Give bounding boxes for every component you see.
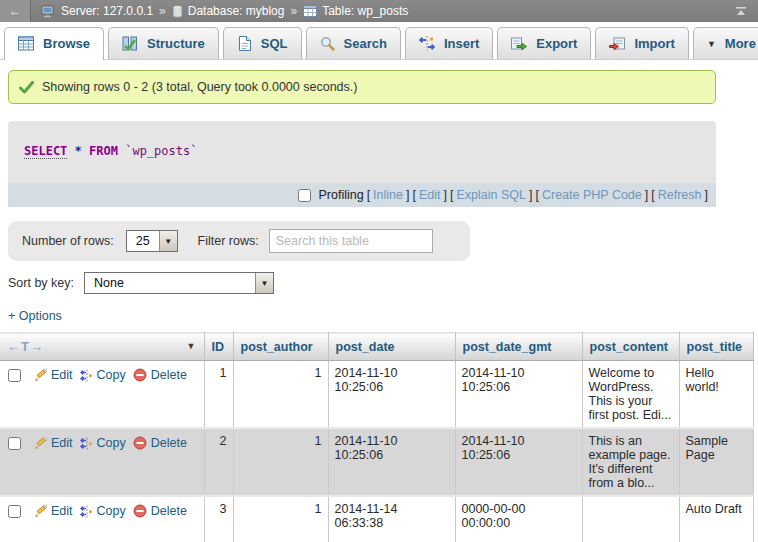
sql-keyword-from: FROM bbox=[89, 144, 118, 158]
edit-query-link[interactable]: Edit bbox=[419, 188, 441, 202]
delete-label: Delete bbox=[151, 368, 187, 382]
column-move-icon[interactable]: ←T→ bbox=[7, 339, 44, 354]
header-post-date-gmt[interactable]: post_date_gmt bbox=[455, 333, 582, 361]
tab-sql[interactable]: SQL bbox=[223, 27, 302, 59]
copy-row-link[interactable]: Copy bbox=[80, 368, 126, 382]
filter-rows-label: Filter rows: bbox=[198, 234, 259, 248]
cell-post-author[interactable]: 1 bbox=[233, 496, 328, 542]
rows-filter-bar: Number of rows: 25 ▼ Filter rows: bbox=[8, 221, 470, 261]
cell-post-date[interactable]: 2014-11-10 10:25:06 bbox=[328, 428, 455, 496]
breadcrumb-database[interactable]: Database: myblog bbox=[172, 4, 285, 18]
table-filter-input[interactable] bbox=[269, 229, 433, 253]
cell-post-content[interactable] bbox=[582, 496, 679, 542]
number-of-rows-label: Number of rows: bbox=[22, 234, 114, 248]
cell-post-date-gmt[interactable]: 2014-11-10 10:25:06 bbox=[455, 361, 582, 429]
sort-descending-icon[interactable]: ▼ bbox=[187, 341, 196, 351]
cell-post-title[interactable]: Auto Draft bbox=[679, 496, 753, 542]
number-of-rows-select[interactable]: 25 ▼ bbox=[126, 230, 178, 252]
edit-label: Edit bbox=[51, 436, 73, 450]
edit-row-link[interactable]: Edit bbox=[34, 368, 73, 382]
cell-id[interactable]: 3 bbox=[204, 496, 233, 542]
chevron-down-icon: ▼ bbox=[707, 39, 716, 49]
cell-id[interactable]: 2 bbox=[204, 428, 233, 496]
tab-insert[interactable]: Insert bbox=[405, 27, 493, 59]
bracket: [ bbox=[367, 188, 370, 202]
breadcrumb-separator: » bbox=[159, 4, 166, 18]
copy-row-link[interactable]: Copy bbox=[80, 504, 126, 518]
cell-post-content[interactable]: This is an example page. It's different … bbox=[582, 428, 679, 496]
nav-back-button[interactable]: ← bbox=[0, 0, 31, 22]
tab-structure[interactable]: Structure bbox=[108, 27, 219, 59]
header-post-date[interactable]: post_date bbox=[328, 333, 455, 361]
server-icon bbox=[41, 5, 56, 18]
delete-label: Delete bbox=[151, 504, 187, 518]
explain-sql-link[interactable]: Explain SQL bbox=[456, 188, 525, 202]
column-move-header[interactable]: ←T→ ▼ bbox=[0, 333, 204, 361]
row-checkbox[interactable] bbox=[8, 437, 21, 450]
delete-row-link[interactable]: Delete bbox=[133, 436, 187, 450]
number-of-rows-value: 25 bbox=[127, 231, 159, 251]
cell-post-date[interactable]: 2014-11-14 06:33:38 bbox=[328, 496, 455, 542]
header-post-author[interactable]: post_author bbox=[233, 333, 328, 361]
pencil-icon bbox=[34, 505, 47, 518]
header-id[interactable]: ID bbox=[204, 333, 233, 361]
breadcrumb-server-label: Server: 127.0.0.1 bbox=[61, 4, 153, 18]
delete-row-link[interactable]: Delete bbox=[133, 504, 187, 518]
bracket: ] bbox=[705, 188, 708, 202]
tab-structure-label: Structure bbox=[147, 36, 205, 51]
profiling-checkbox[interactable] bbox=[298, 189, 311, 202]
cell-post-date-gmt[interactable]: 2014-11-10 10:25:06 bbox=[455, 428, 582, 496]
delete-label: Delete bbox=[151, 436, 187, 450]
edit-row-link[interactable]: Edit bbox=[34, 436, 73, 450]
tab-insert-label: Insert bbox=[444, 36, 479, 51]
sql-keyword-select: SELECT bbox=[24, 144, 67, 159]
options-toggle-link[interactable]: + Options bbox=[8, 309, 62, 323]
tab-search[interactable]: Search bbox=[306, 27, 401, 59]
cell-post-content[interactable]: Welcome to WordPress. This is your first… bbox=[582, 361, 679, 429]
cell-id[interactable]: 1 bbox=[204, 361, 233, 429]
row-checkbox[interactable] bbox=[8, 369, 21, 382]
edit-row-link[interactable]: Edit bbox=[34, 504, 73, 518]
breadcrumb-separator: » bbox=[290, 4, 297, 18]
header-post-content[interactable]: post_content bbox=[582, 333, 679, 361]
import-icon bbox=[609, 36, 625, 51]
tab-export[interactable]: Export bbox=[497, 27, 591, 59]
collapse-console-icon[interactable] bbox=[734, 5, 748, 17]
tab-import[interactable]: Import bbox=[595, 27, 688, 59]
cell-post-author[interactable]: 1 bbox=[233, 428, 328, 496]
copy-label: Copy bbox=[97, 504, 126, 518]
sort-by-key-select[interactable]: None ▼ bbox=[84, 272, 274, 294]
breadcrumb-database-label: Database: myblog bbox=[188, 4, 285, 18]
sql-query-text: SELECT * FROM `wp_posts` bbox=[8, 121, 716, 183]
cell-post-author[interactable]: 1 bbox=[233, 361, 328, 429]
breadcrumb-bar: ← Server: 127.0.0.1 » Database: myblog »… bbox=[0, 0, 758, 22]
tab-more[interactable]: ▼ More bbox=[693, 27, 758, 59]
bracket: ] bbox=[406, 188, 409, 202]
sql-table-identifier: `wp_posts` bbox=[125, 144, 197, 158]
bracket: ] bbox=[645, 188, 648, 202]
sort-by-key-row: Sort by key: None ▼ bbox=[8, 272, 758, 294]
tab-bar: Browse Structure SQL Search Insert Expor… bbox=[0, 22, 758, 60]
breadcrumb-table[interactable]: Table: wp_posts bbox=[303, 4, 408, 18]
tab-browse[interactable]: Browse bbox=[4, 27, 104, 60]
cell-post-date-gmt[interactable]: 0000-00-00 00:00:00 bbox=[455, 496, 582, 542]
bracket: ] bbox=[529, 188, 532, 202]
breadcrumb-server[interactable]: Server: 127.0.0.1 bbox=[41, 4, 153, 18]
tab-sql-label: SQL bbox=[261, 36, 288, 51]
refresh-link[interactable]: Refresh bbox=[658, 188, 702, 202]
delete-row-link[interactable]: Delete bbox=[133, 368, 187, 382]
edit-label: Edit bbox=[51, 504, 73, 518]
database-icon bbox=[172, 5, 183, 18]
create-php-code-link[interactable]: Create PHP Code bbox=[542, 188, 642, 202]
inline-link[interactable]: Inline bbox=[373, 188, 403, 202]
row-checkbox[interactable] bbox=[8, 505, 21, 518]
tab-browse-label: Browse bbox=[43, 36, 90, 51]
cell-post-title[interactable]: Sample Page bbox=[679, 428, 753, 496]
query-actions-bar: Profiling [ Inline ] [ Edit ] [ Explain … bbox=[8, 183, 716, 207]
header-post-title[interactable]: post_title bbox=[679, 333, 753, 361]
cell-post-title[interactable]: Hello world! bbox=[679, 361, 753, 429]
tab-export-label: Export bbox=[536, 36, 577, 51]
cell-post-date[interactable]: 2014-11-10 10:25:06 bbox=[328, 361, 455, 429]
copy-row-link[interactable]: Copy bbox=[80, 436, 126, 450]
copy-label: Copy bbox=[97, 368, 126, 382]
